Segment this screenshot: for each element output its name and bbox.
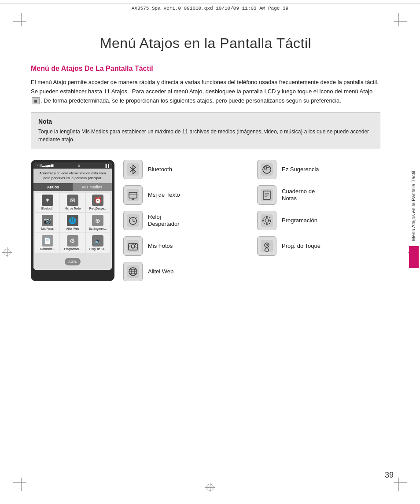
ez-label: Ez Sugerencia (282, 166, 319, 173)
svg-rect-44 (269, 220, 271, 221)
phone-settings-icon: ⚙ (67, 235, 78, 246)
status-left-icons: ♀ 设▃▄▅▇ (36, 163, 54, 168)
inline-icon: ▦ (32, 97, 40, 104)
phone-message: Arrastrar y colocar elementos en esta ár… (33, 169, 112, 183)
crop-mark-tr-h (394, 21, 407, 22)
svg-point-10 (132, 198, 134, 200)
phone-tab-atajos[interactable]: Atajos (33, 183, 73, 191)
page-container: AX8575_Spa_ver1.0_091010.qxd 10/10/09 11… (0, 0, 420, 504)
crop-mark-bl-v (21, 478, 22, 491)
phone-status-bar: ♀ 设▃▄▅▇ ⊕ ▐▐ (33, 162, 112, 169)
svg-rect-42 (266, 223, 268, 225)
phone-agr-button[interactable]: AGR. (65, 258, 81, 265)
phone-bluetooth-label: Bluetooth (41, 207, 53, 210)
menu-item-alarm: RelojDespertador (123, 211, 247, 230)
phone-alarm-icon: ⏰ (92, 195, 103, 206)
menu-items-right-column: Ez Sugerencia Cuaderno d (257, 160, 380, 281)
touch-icon (257, 236, 276, 256)
bluetooth-icon (123, 160, 143, 179)
header-file-info: AX8575_Spa_ver1.0_091010.qxd 10/10/09 11… (9, 6, 411, 11)
notebook-label: Cuaderno deNotas (282, 188, 315, 203)
web-icon (123, 262, 143, 281)
phone-touch-label: Prog. de To... (89, 247, 107, 251)
crop-mark-tl-v (21, 13, 22, 26)
crop-mark-br-h (394, 482, 407, 483)
sidebar-label-container: Menú Atajos en la Pantalla Táctil (408, 167, 420, 268)
phone-tabs: Atajos Mis Medios (33, 183, 112, 191)
phone-notebook-icon: 📄 (42, 235, 53, 246)
menu-item-ez: Ez Sugerencia (257, 160, 380, 179)
sidebar-accent-bar (409, 246, 419, 268)
alarm-icon (123, 211, 143, 230)
crop-mark-bl-h (13, 482, 26, 483)
phone-ez-icon: ⊕ (92, 215, 103, 226)
section-heading: Menú de Atajos De La Pantalla Táctil (31, 65, 380, 73)
header-bar: AX8575_Spa_ver1.0_091010.qxd 10/10/09 11… (0, 4, 420, 13)
menu-item-touch: Prog. do Toque (257, 236, 380, 256)
main-content: Menú Atajos en la Pantalla Táctil Menú d… (22, 22, 398, 482)
menu-item-web: Alltel Web (123, 262, 247, 281)
menu-item-photos: Mis Fotos (123, 236, 247, 256)
svg-rect-43 (262, 220, 264, 221)
phone-grid-item-photos: 📷 Mis Fotos (35, 213, 59, 232)
sidebar-text: Menú Atajos en la Pantalla Táctil (409, 167, 418, 244)
phone-web-icon: 🌐 (67, 215, 78, 226)
note-title: Nota (38, 118, 373, 125)
phone-alarm-label: RelojDespe... (89, 207, 107, 210)
phone-grid-item-notebook: 📄 Cuaderno... (35, 233, 59, 253)
note-text: Toque la lengüeta Mis Medios para establ… (38, 128, 373, 143)
phone-web-label: Alltel Web (66, 227, 79, 231)
crop-mark-br-v (398, 478, 399, 491)
web-label: Alltel Web (148, 268, 173, 276)
alarm-label: RelojDespertador (148, 213, 180, 228)
reg-mark-left (4, 249, 11, 256)
phone-grid-item-touch: 🔈 Prog. de To... (86, 233, 110, 253)
center-icon: ⊕ (77, 164, 81, 168)
signal-icon: ♀ 设▃▄▅▇ (36, 163, 54, 168)
svg-rect-41 (266, 216, 268, 218)
phone-grid-item-ez: ⊕ Ez Sugeren... (86, 213, 110, 232)
menu-items-columns: Bluetooth Msj de Texto (123, 160, 380, 281)
menu-item-notebook: Cuaderno deNotas (257, 185, 380, 205)
lower-section: ♀ 设▃▄▅▇ ⊕ ▐▐ Arrastrar y colocar element… (31, 160, 380, 281)
phone-screen: ♀ 设▃▄▅▇ ⊕ ▐▐ Arrastrar y colocar element… (33, 162, 112, 269)
settings-icon (257, 211, 276, 230)
phone-notebook-label: Cuaderno... (40, 247, 55, 251)
phone-msg-icon: ✉ (67, 195, 78, 206)
phone-ez-label: Ez Sugeren... (89, 227, 107, 231)
ez-icon (257, 160, 276, 179)
svg-point-20 (135, 244, 136, 245)
settings-label: Programación (282, 217, 317, 224)
phone-grid: ✶ Bluetooth ✉ Msj de Texto ⏰ RelojDespe.… (33, 191, 112, 254)
touch-label: Prog. do Toque (282, 243, 321, 250)
crop-mark-tl-h (13, 21, 26, 22)
phone-photos-icon: 📷 (42, 215, 53, 226)
notebook-icon (257, 185, 276, 205)
phone-bluetooth-icon: ✶ (42, 195, 53, 206)
phone-mockup: ♀ 设▃▄▅▇ ⊕ ▐▐ Arrastrar y colocar element… (31, 160, 114, 281)
reg-mark-bottom (206, 484, 214, 491)
page-title: Menú Atajos en la Pantalla Táctil (31, 35, 380, 52)
menu-item-settings: Programación (257, 211, 380, 230)
phone-settings-label: Programaci... (64, 247, 81, 251)
menu-items-left-column: Bluetooth Msj de Texto (123, 160, 247, 281)
phone-grid-item-web: 🌐 Alltel Web (60, 213, 85, 232)
battery-icon: ▐▐ (104, 164, 109, 168)
menu-item-bluetooth: Bluetooth (123, 160, 247, 179)
page-number: 39 (385, 471, 394, 480)
bluetooth-label: Bluetooth (148, 166, 172, 173)
menu-item-message: Msj de Texto (123, 185, 247, 205)
photos-label: Mis Fotos (148, 243, 173, 250)
phone-touch-icon: 🔈 (92, 235, 103, 246)
phone-grid-item-settings: ⚙ Programaci... (60, 233, 85, 253)
crop-mark-tr-v (398, 13, 399, 26)
phone-tab-mis-medios[interactable]: Mis Medios (73, 183, 112, 191)
phone-msg-label: Msj de Texto (65, 207, 81, 210)
note-box: Nota Toque la lengüeta Mis Medios para e… (31, 112, 380, 149)
photos-icon (123, 236, 143, 256)
body-paragraph: El menú Atajo permite acceder de manera … (31, 78, 380, 105)
phone-photos-label: Mis Fotos (41, 227, 54, 231)
message-icon (123, 185, 143, 205)
phone-grid-item-alarm: ⏰ RelojDespe... (86, 193, 110, 212)
phone-grid-item-bluetooth: ✶ Bluetooth (35, 193, 59, 212)
